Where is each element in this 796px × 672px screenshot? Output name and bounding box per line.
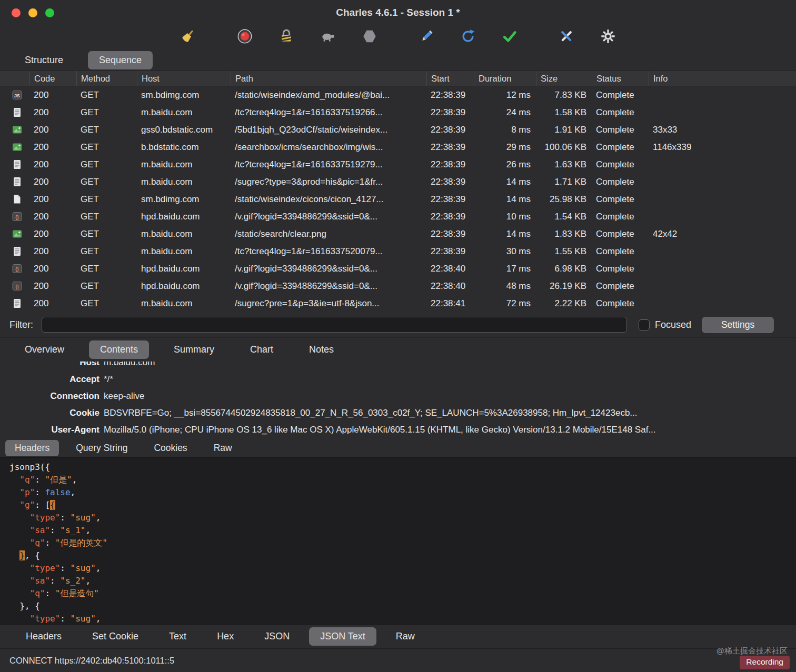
detail-tab-chart[interactable]: Chart bbox=[239, 340, 284, 359]
cell-path: /v.gif?logid=3394886299&ssid=0&... bbox=[231, 212, 426, 222]
cell-size: 1.54 KB bbox=[536, 212, 592, 222]
cell-duration: 8 ms bbox=[474, 125, 536, 135]
response-tab-text[interactable]: Text bbox=[158, 627, 197, 646]
image-file-icon bbox=[0, 142, 29, 152]
close-button[interactable] bbox=[12, 8, 21, 17]
cell-size: 1.91 KB bbox=[536, 125, 592, 135]
cell-path: /static/wiseindex/amd_modules/@bai... bbox=[231, 90, 426, 101]
throttle-button[interactable] bbox=[320, 29, 336, 46]
view-tab-structure[interactable]: Structure bbox=[14, 51, 74, 69]
table-row[interactable]: {}200GEThpd.baidu.com/v.gif?logid=339488… bbox=[0, 277, 796, 295]
table-row[interactable]: 200GETm.baidu.com/sugrec?type=3&prod=his… bbox=[0, 173, 796, 190]
filter-settings-button[interactable]: Settings bbox=[702, 317, 774, 333]
detail-tab-summary[interactable]: Summary bbox=[163, 340, 225, 359]
response-tab-raw[interactable]: Raw bbox=[385, 627, 426, 646]
response-tab-json[interactable]: JSON bbox=[253, 627, 301, 646]
tools-button[interactable] bbox=[558, 29, 575, 46]
cell-code: 200 bbox=[29, 212, 76, 222]
svg-text:JS: JS bbox=[14, 93, 20, 98]
zoom-button[interactable] bbox=[45, 8, 54, 17]
cell-status: Complete bbox=[592, 212, 649, 222]
request-subtab-raw[interactable]: Raw bbox=[204, 440, 242, 456]
throttle-turtle-icon bbox=[320, 28, 336, 46]
detail-tab-notes[interactable]: Notes bbox=[298, 340, 345, 359]
table-row[interactable]: 200GETb.bdstatic.com/searchbox/icms/sear… bbox=[0, 138, 796, 156]
breakpoints-button[interactable] bbox=[361, 29, 378, 46]
validate-button[interactable] bbox=[501, 29, 518, 46]
charles-window: Charles 4.6.1 - Session 1 * StructureSeq… bbox=[0, 0, 796, 672]
code-line: jsonp3({ bbox=[9, 461, 796, 474]
cell-host: hpd.baidu.com bbox=[137, 212, 231, 222]
table-row[interactable]: 200GETm.baidu.com/tc?tcreq4log=1&r=16163… bbox=[0, 243, 796, 260]
request-subtab-query-string[interactable]: Query String bbox=[66, 440, 137, 456]
column-info[interactable]: Info bbox=[649, 71, 796, 86]
doc-file-icon bbox=[0, 246, 29, 256]
clear-session-button[interactable] bbox=[180, 29, 196, 46]
window-title: Charles 4.6.1 - Session 1 * bbox=[0, 7, 796, 18]
main-toolbar bbox=[0, 25, 796, 49]
table-header: CodeMethodHostPathStartDurationSizeStatu… bbox=[0, 71, 796, 86]
cell-host: hpd.baidu.com bbox=[137, 264, 231, 274]
column-status[interactable]: Status bbox=[592, 71, 649, 86]
doc-file-icon bbox=[0, 177, 29, 187]
table-row[interactable]: 200GETgss0.bdstatic.com/5bd1bjqh_Q23odCf… bbox=[0, 121, 796, 138]
response-tab-json-text[interactable]: JSON Text bbox=[309, 627, 376, 646]
column-start[interactable]: Start bbox=[426, 71, 474, 86]
filter-input[interactable] bbox=[42, 317, 627, 333]
cell-start: 22:38:41 bbox=[426, 298, 474, 309]
request-subtab-headers[interactable]: Headers bbox=[5, 440, 59, 456]
column-code[interactable]: Code bbox=[29, 71, 76, 86]
settings-button[interactable] bbox=[600, 29, 616, 46]
column-host[interactable]: Host bbox=[137, 71, 231, 86]
minimize-button[interactable] bbox=[28, 8, 37, 17]
tools-icon bbox=[559, 28, 574, 46]
js-file-icon: JS bbox=[0, 90, 29, 100]
table-row[interactable]: {}200GEThpd.baidu.com/v.gif?logid=339488… bbox=[0, 260, 796, 277]
cell-info: 1146x339 bbox=[649, 142, 796, 153]
request-subtab-cookies[interactable]: Cookies bbox=[144, 440, 196, 456]
ssl-proxy-button[interactable] bbox=[278, 29, 295, 46]
cell-host: m.baidu.com bbox=[137, 177, 231, 187]
column-size[interactable]: Size bbox=[536, 71, 592, 86]
cell-method: GET bbox=[76, 264, 137, 274]
compose-button[interactable] bbox=[418, 29, 435, 46]
focused-label: Focused bbox=[655, 319, 691, 330]
cell-info: 42x42 bbox=[649, 229, 796, 239]
table-row[interactable]: JS200GETsm.bdimg.com/static/wiseindex/am… bbox=[0, 86, 796, 104]
cell-path: /static/search/clear.png bbox=[231, 229, 426, 239]
column-method[interactable]: Method bbox=[76, 71, 137, 86]
focused-checkbox[interactable] bbox=[639, 319, 650, 330]
cell-size: 1.71 KB bbox=[536, 177, 592, 187]
response-tab-set-cookie[interactable]: Set Cookie bbox=[81, 627, 150, 646]
cell-status: Complete bbox=[592, 177, 649, 187]
table-row[interactable]: 200GETm.baidu.com/tc?tcreq4log=1&r=16163… bbox=[0, 156, 796, 173]
table-row[interactable]: 200GETsm.bdimg.com/static/wiseindex/cico… bbox=[0, 190, 796, 208]
view-tab-sequence[interactable]: Sequence bbox=[88, 51, 153, 69]
table-row[interactable]: 200GETm.baidu.com/static/search/clear.pn… bbox=[0, 225, 796, 243]
cell-path: /tc?tcreq4log=1&r=1616337519266... bbox=[231, 107, 426, 118]
detail-tab-contents[interactable]: Contents bbox=[89, 340, 149, 359]
cell-size: 26.19 KB bbox=[536, 281, 592, 292]
code-line: "type": "sug", bbox=[9, 613, 796, 624]
cell-info: 33x33 bbox=[649, 125, 796, 135]
code-line: "type": "sug", bbox=[9, 511, 796, 524]
cell-size: 1.58 KB bbox=[536, 107, 592, 118]
table-row[interactable]: 200GETm.baidu.com/tc?tcreq4log=1&r=16163… bbox=[0, 104, 796, 121]
column-path[interactable]: Path bbox=[231, 71, 426, 86]
response-body-json[interactable]: jsonp3({ "q": "但是", "p": false, "g": [{ … bbox=[0, 457, 796, 624]
record-button[interactable] bbox=[236, 29, 253, 46]
table-row[interactable]: {}200GEThpd.baidu.com/v.gif?logid=339488… bbox=[0, 208, 796, 225]
repeat-button[interactable] bbox=[460, 29, 476, 46]
table-row[interactable]: 200GETm.baidu.com/sugrec?pre=1&p=3&ie=ut… bbox=[0, 295, 796, 312]
response-tab-hex[interactable]: Hex bbox=[206, 627, 245, 646]
cell-method: GET bbox=[76, 90, 137, 101]
column-duration[interactable]: Duration bbox=[474, 71, 536, 86]
cell-size: 6.98 KB bbox=[536, 264, 592, 274]
header-value: */* bbox=[104, 371, 796, 388]
cell-start: 22:38:39 bbox=[426, 107, 474, 118]
filter-row: Filter: Focused Settings bbox=[0, 312, 796, 337]
detail-tab-overview[interactable]: Overview bbox=[14, 340, 75, 359]
cell-size: 1.63 KB bbox=[536, 159, 592, 170]
cell-status: Complete bbox=[592, 107, 649, 118]
response-tab-headers[interactable]: Headers bbox=[15, 627, 73, 646]
